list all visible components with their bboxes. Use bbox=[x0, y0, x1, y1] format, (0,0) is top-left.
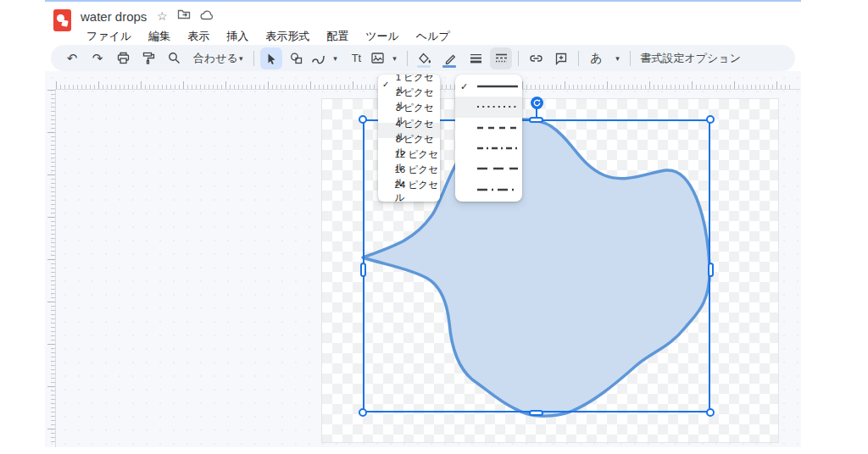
ime-toggle[interactable]: あ bbox=[585, 47, 607, 69]
menu-help[interactable]: ヘルプ bbox=[410, 27, 456, 46]
menu-view[interactable]: 表示 bbox=[181, 27, 215, 46]
line-tool-caret-icon[interactable]: ▾ bbox=[327, 47, 342, 69]
redo-icon[interactable]: ↷ bbox=[86, 47, 108, 69]
shape-tool-icon[interactable] bbox=[286, 47, 308, 69]
menu-format[interactable]: 表示形式 bbox=[259, 27, 315, 46]
resize-handle-middle-right[interactable] bbox=[708, 263, 714, 277]
ime-label: あ bbox=[590, 51, 602, 66]
menu-arrange[interactable]: 配置 bbox=[320, 27, 354, 46]
zoom-icon[interactable] bbox=[163, 47, 185, 69]
undo-icon[interactable]: ↶ bbox=[61, 47, 83, 69]
menu-tools[interactable]: ツール bbox=[359, 27, 405, 46]
image-icon[interactable] bbox=[370, 47, 385, 69]
line-weight-menu: ✓1 ピクセル 2 ピクセル 3 ピクセル 4 ピクセル 8 ピクセル 12 ピ… bbox=[378, 75, 440, 202]
resize-handle-middle-left[interactable] bbox=[360, 263, 366, 277]
fill-color-icon[interactable] bbox=[414, 47, 436, 69]
paint-format-icon[interactable] bbox=[137, 47, 159, 69]
resize-handle-top-left[interactable] bbox=[359, 115, 367, 124]
line-color-icon[interactable] bbox=[439, 47, 461, 69]
resize-handle-bottom-left[interactable] bbox=[359, 408, 367, 417]
fill-color-swatch bbox=[417, 65, 431, 68]
menu-file[interactable]: ファイル bbox=[81, 27, 137, 46]
image-caret-icon[interactable]: ▾ bbox=[387, 47, 402, 69]
drawings-logo[interactable] bbox=[53, 9, 71, 31]
line-dash-menu: ✓ bbox=[455, 75, 522, 202]
menu-insert[interactable]: 挿入 bbox=[220, 27, 254, 46]
menu-item-dashed[interactable] bbox=[455, 118, 522, 138]
menu-bar: ファイル 編集 表示 挿入 表示形式 配置 ツール ヘルプ bbox=[81, 27, 456, 46]
logo-square bbox=[61, 19, 68, 26]
line-weight-icon[interactable] bbox=[465, 47, 487, 69]
document-title[interactable]: water drops bbox=[81, 9, 147, 24]
print-icon[interactable] bbox=[112, 47, 134, 69]
text-box-icon[interactable]: Tt bbox=[345, 47, 367, 69]
menu-item-24px[interactable]: 24 ピクセル bbox=[378, 184, 440, 199]
resize-handle-bottom-middle[interactable] bbox=[529, 410, 543, 416]
text-box-label: Tt bbox=[352, 52, 362, 64]
window-top-strip bbox=[45, 0, 801, 2]
move-folder-icon[interactable] bbox=[177, 8, 191, 24]
select-tool-icon[interactable] bbox=[260, 47, 282, 69]
resize-handle-bottom-right[interactable] bbox=[706, 408, 715, 417]
star-icon[interactable]: ☆ bbox=[157, 8, 168, 24]
menu-item-solid[interactable]: ✓ bbox=[455, 76, 522, 97]
format-options-button[interactable]: 書式設定オプション bbox=[640, 51, 741, 66]
line-dash-icon[interactable] bbox=[490, 47, 512, 69]
chevron-down-icon: ▾ bbox=[239, 54, 243, 63]
drawings-app-window: water drops ☆ ファイル 編集 表示 挿入 表示形式 配置 ツール … bbox=[45, 0, 801, 447]
toolbar-separator bbox=[578, 51, 579, 66]
menu-item-long-dash-dot[interactable] bbox=[455, 179, 522, 199]
resize-handle-top-right[interactable] bbox=[706, 115, 715, 124]
cloud-saved-icon[interactable] bbox=[200, 8, 214, 24]
check-icon: ✓ bbox=[378, 80, 396, 89]
menu-item-dash-dot[interactable] bbox=[455, 138, 522, 158]
fit-zoom-label: 合わせる bbox=[193, 51, 238, 66]
resize-handle-top-middle[interactable] bbox=[529, 117, 543, 123]
ime-caret-icon[interactable]: ▾ bbox=[609, 47, 625, 69]
toolbar-separator bbox=[253, 51, 254, 66]
link-icon[interactable] bbox=[525, 47, 547, 69]
menu-edit[interactable]: 編集 bbox=[142, 27, 176, 46]
screenshot: water drops ☆ ファイル 編集 表示 挿入 表示形式 配置 ツール … bbox=[0, 0, 868, 454]
toolbar-separator bbox=[407, 51, 408, 66]
line-tool-icon[interactable] bbox=[310, 47, 326, 69]
toolbar-separator bbox=[630, 51, 631, 66]
fit-zoom-select[interactable]: 合わせる ▾ bbox=[188, 51, 248, 66]
toolbar-separator bbox=[518, 51, 519, 66]
menu-item-dotted[interactable] bbox=[455, 97, 522, 117]
check-icon: ✓ bbox=[455, 81, 476, 92]
add-comment-icon[interactable] bbox=[550, 47, 572, 69]
rotate-handle[interactable] bbox=[531, 97, 543, 109]
menu-item-long-dash[interactable] bbox=[455, 158, 522, 179]
toolbar: ↶ ↷ 合わせる ▾ bbox=[51, 45, 795, 71]
line-color-swatch bbox=[442, 65, 456, 68]
vertical-ruler bbox=[47, 90, 55, 444]
